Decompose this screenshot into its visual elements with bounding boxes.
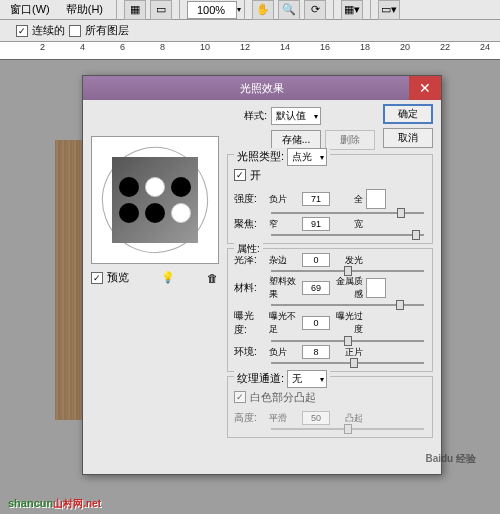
lighting-effects-dialog: 光照效果 ✕ 确定 取消 [82,75,442,475]
save-style-button[interactable]: 存储... [271,130,321,150]
horizontal-ruler: 2 4 6 8 10 12 14 16 18 20 22 24 [0,42,500,60]
exposure-value[interactable]: 0 [302,316,330,330]
focus-value[interactable]: 91 [302,217,330,231]
preview-dot [119,203,139,223]
preview-dot [145,177,165,197]
canvas-area: 光照效果 ✕ 确定 取消 [0,60,500,488]
menu-help[interactable]: 帮助(H) [60,2,109,17]
intensity-label: 强度: [234,192,266,206]
ok-button[interactable]: 确定 [383,104,433,124]
rotate-view-icon[interactable]: ⟳ [304,0,326,20]
alllayers-checkbox[interactable] [69,25,81,37]
preview-content [112,157,198,243]
lightbulb-icon[interactable]: 💡 [133,271,203,284]
material-value[interactable]: 69 [302,281,330,295]
white-high-label: 白色部分凸起 [250,390,316,405]
texture-select[interactable]: 无 [287,370,327,388]
preview-label: 预览 [107,270,129,285]
launch-bridge-icon[interactable]: ▦ [124,0,146,20]
ambience-slider[interactable] [271,362,424,364]
wood-texture-layer [55,140,82,420]
arrange-icon[interactable]: ▦▾ [341,0,363,20]
height-value: 50 [302,411,330,425]
hand-tool-icon[interactable]: ✋ [252,0,274,20]
properties-fieldset: 属性: 光泽: 杂边 0 发光 材料: 塑料效果 69 金属质感 [227,248,433,372]
exposure-slider[interactable] [271,340,424,342]
focus-label: 聚焦: [234,217,266,231]
intensity-value[interactable]: 71 [302,192,330,206]
lighttype-fieldset: 光照类型: 点光 ✓开 强度: 负片 71 全 聚焦: 窄 91 宽 [227,154,433,244]
zoom-level[interactable]: 100%▾ [187,1,237,19]
trash-icon[interactable]: 🗑 [207,272,221,284]
preview-checkbox[interactable]: ✓ [91,272,103,284]
cancel-button[interactable]: 取消 [383,128,433,148]
white-high-checkbox: ✓ [234,391,246,403]
dialog-titlebar[interactable]: 光照效果 ✕ [83,76,441,100]
screen-mode-icon[interactable]: ▭▾ [378,0,400,20]
light-on-label: 开 [250,168,261,183]
dialog-title: 光照效果 [240,81,284,96]
light-on-checkbox[interactable]: ✓ [234,169,246,181]
continuous-checkbox[interactable]: ✓ [16,25,28,37]
options-bar: ✓ 连续的 所有图层 [0,20,500,42]
gloss-slider[interactable] [271,270,424,272]
texture-legend: 纹理通道: 无 [234,370,330,388]
light-color-swatch[interactable] [366,189,386,209]
gloss-value[interactable]: 0 [302,253,330,267]
alllayers-label: 所有图层 [85,23,129,38]
preview-dot [171,177,191,197]
ambient-color-swatch[interactable] [366,278,386,298]
style-label: 样式: [227,109,267,123]
continuous-label: 连续的 [32,23,65,38]
delete-style-button: 删除 [325,130,375,150]
properties-legend: 属性: [234,242,263,256]
preview-dot [171,203,191,223]
height-slider [271,428,424,430]
menu-window[interactable]: 窗口(W) [4,2,56,17]
preview-box[interactable] [91,136,219,264]
lighttype-select[interactable]: 点光 [287,148,327,166]
lighttype-legend: 光照类型: 点光 [234,148,330,166]
focus-slider[interactable] [271,234,424,236]
preview-dot [145,203,165,223]
history-icon[interactable]: ▭ [150,0,172,20]
material-slider[interactable] [271,304,424,306]
close-button[interactable]: ✕ [409,76,441,100]
ambience-value[interactable]: 8 [302,345,330,359]
preview-dot [119,177,139,197]
intensity-slider[interactable] [271,212,424,214]
watermark-baidu: Baidu 经验 [425,452,476,466]
style-select[interactable]: 默认值 [271,107,321,125]
zoom-tool-icon[interactable]: 🔍 [278,0,300,20]
texture-fieldset: 纹理通道: 无 ✓白色部分凸起 高度: 平滑 50 凸起 [227,376,433,438]
menu-bar: 窗口(W) 帮助(H) ▦ ▭ 100%▾ ✋ 🔍 ⟳ ▦▾ ▭▾ [0,0,500,20]
watermark-shancun: shancun山村网.net [8,491,101,512]
